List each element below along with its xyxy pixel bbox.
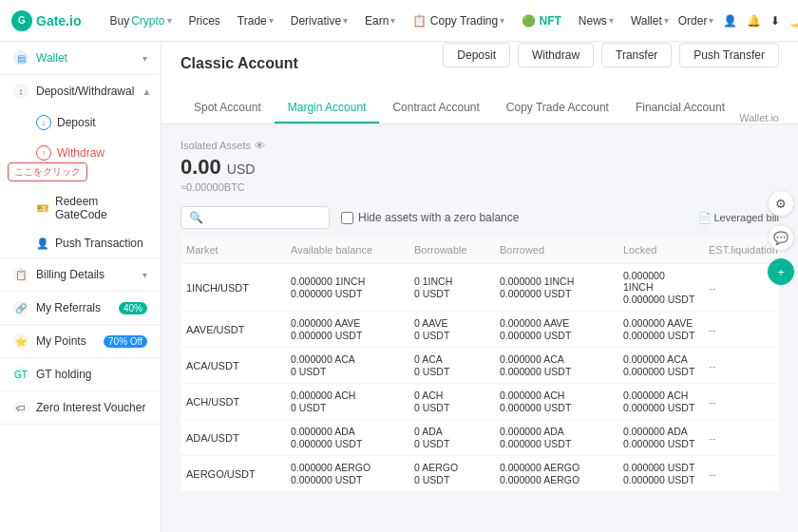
td-borrowable-2: 0 ACA 0 USDT [408,348,494,383]
plus-float-icon[interactable]: + [768,258,794,285]
td-market-4: ADA/USDT [180,427,285,449]
sidebar-billing-section: 📋 Billing Details ▾ [0,258,161,292]
eye-icon: 👁 [255,140,265,151]
transfer-button[interactable]: Transfer [601,43,672,67]
tab-contract[interactable]: Contract Account [379,93,492,124]
deposit-button[interactable]: Deposit [443,43,510,67]
nav-nft[interactable]: 🟢 NFT [516,10,567,31]
sidebar-points[interactable]: ⭐ My Points 70% Off [0,325,161,357]
table-controls: 🔍 Hide assets with a zero balance 📄 Leve… [180,206,779,229]
td-available-2: 0.000000 ACA 0 USDT [285,348,408,383]
nav-derivative[interactable]: Derivative ▾ [285,10,353,31]
tab-financial[interactable]: Financial Account [622,93,738,124]
nav-trade[interactable]: Trade ▾ [232,10,279,31]
grid-icon[interactable] [92,13,94,28]
td-borrowed-5: 0.000000 AERGO 0.000000 AERGO [494,456,618,491]
sidebar-withdraw[interactable]: ↑ Withdraw ここをクリック [0,138,161,168]
settings-float-icon[interactable]: ⚙ [768,190,794,217]
td-locked-3: 0.000000 ACH 0.000000 USDT [618,384,703,419]
td-estliq-2: -- [703,354,779,377]
nav-wallet[interactable]: Wallet ▾ [631,14,669,28]
td-locked-0: 0.000000 1INCH 0.000000 USDT [618,264,703,311]
search-input[interactable] [207,211,321,224]
deposit-circle-icon: ↓ [36,115,51,130]
td-locked-1: 0.000000 AAVE 0.000000 USDT [618,312,703,347]
header-actions: Deposit Withdraw Transfer Push Transfer [443,43,779,67]
sidebar-billing[interactable]: 📋 Billing Details ▾ [0,258,161,291]
nav-news[interactable]: News ▾ [573,10,619,31]
isolated-assets-label: Isolated Assets 👁 [180,140,779,151]
withdraw-button[interactable]: Withdraw [518,43,594,67]
sidebar-push[interactable]: 👤 Push Transaction [0,229,161,257]
points-icon: ⭐ [13,333,28,349]
th-locked: Locked [618,237,703,263]
nav-order[interactable]: Order ▾ [678,14,714,28]
td-borrowable-3: 0 ACH 0 USDT [408,384,494,419]
td-borrowed-2: 0.000000 ACA 0.000000 USDT [494,348,618,383]
sidebar-referrals-section: 🔗 My Referrals 40% [0,292,161,325]
sidebar-deposit-withdrawal[interactable]: ↕ Deposit/Withdrawal ▲ [0,75,161,107]
td-borrowed-4: 0.000000 ADA 0.000000 USDT [494,420,618,455]
tab-copy-trade[interactable]: Copy Trade Account [493,93,622,124]
td-borrowable-5: 0 AERGO 0 USDT [408,456,494,491]
nav-right: Wallet ▾ Order ▾ 👤 🔔 ⬇ 🌙 🌐 🕐 ⚙ [631,14,798,28]
td-locked-4: 0.000000 ADA 0.000000 USDT [618,420,703,455]
th-borrowed: Borrowed [494,237,618,263]
nav-user-icon[interactable]: 👤 [723,14,737,28]
chat-float-icon[interactable]: 💬 [768,224,794,251]
nav-buy-crypto[interactable]: Buy Crypto ▾ [104,10,177,31]
td-market-3: ACH/USDT [180,390,285,413]
billing-icon: 📋 [13,267,28,282]
sidebar-redeem[interactable]: 🎫 Redeem GateCode [0,187,161,229]
td-available-0: 0.000000 1INCH 0.000000 USDT [285,270,408,305]
table-row: ACH/USDT 0.000000 ACH 0 USDT 0 ACH 0 USD… [180,384,779,420]
sidebar-referrals[interactable]: 🔗 My Referrals 40% [0,292,161,324]
hide-zero-label[interactable]: Hide assets with a zero balance [341,211,519,224]
hide-zero-checkbox[interactable] [341,212,353,224]
th-borrowable: Borrowable [408,237,494,263]
main-body: Isolated Assets 👁 0.00 USD ≈0.00000BTC 🔍… [162,124,798,507]
sidebar-voucher[interactable]: 🏷 Zero Interest Voucher [0,391,161,424]
nav-earn[interactable]: Earn ▾ [359,10,401,31]
td-borrowable-4: 0 ADA 0 USDT [408,420,494,455]
tab-spot[interactable]: Spot Account [180,93,275,124]
balance-amount: 0.00 [180,155,221,180]
td-borrowable-1: 0 AAVE 0 USDT [408,312,494,347]
td-borrowed-1: 0.000000 AAVE 0.000000 USDT [494,312,618,347]
sidebar-deposit-section: ↕ Deposit/Withdrawal ▲ ↓ Deposit ↑ Withd… [0,75,161,258]
sidebar-deposit[interactable]: ↓ Deposit [0,107,161,138]
nav-download-icon[interactable]: ⬇ [770,14,780,28]
leverage-bill-icon: 📄 [698,212,712,224]
table-row: AERGO/USDT 0.000000 AERGO 0.000000 USDT … [180,456,779,492]
sidebar-gt-section: GT GT holding [0,358,161,391]
main-layout: ▤ Wallet ▾ ↕ Deposit/Withdrawal ▲ ↓ Depo… [0,42,798,532]
push-transfer-button[interactable]: Push Transfer [679,43,779,67]
search-icon: 🔍 [189,211,203,224]
nav-prices[interactable]: Prices [183,10,226,31]
logo-icon: G [11,10,32,31]
td-available-1: 0.000000 AAVE 0.000000 USDT [285,312,408,347]
nav-copy-trading[interactable]: 📋 Copy Trading ▾ [407,10,510,31]
deposit-withdrawal-icon: ↕ [13,84,28,99]
table-row: 1INCH/USDT 0.000000 1INCH 0.000000 USDT … [180,264,779,312]
nav-bell-icon[interactable]: 🔔 [747,14,761,28]
nav-theme-icon[interactable]: 🌙 [789,14,798,28]
td-estliq-3: -- [703,390,779,413]
sidebar-wallet[interactable]: ▤ Wallet ▾ [0,42,161,74]
td-market-0: 1INCH/USDT [180,276,285,299]
balance-btc: ≈0.00000BTC [180,181,779,193]
search-box[interactable]: 🔍 [180,206,330,229]
table-header: Market Available balance Borrowable Borr… [180,237,779,264]
withdraw-circle-icon: ↑ [36,145,51,161]
logo[interactable]: G Gate.io [11,10,81,31]
sidebar-points-section: ⭐ My Points 70% Off [0,325,161,358]
sidebar-gt[interactable]: GT GT holding [0,358,161,390]
table-row: AAVE/USDT 0.000000 AAVE 0.000000 USDT 0 … [180,312,779,348]
content-header: Classic Account Deposit Withdraw Transfe… [162,42,798,124]
balance-currency: USD [227,162,256,177]
td-available-3: 0.000000 ACH 0 USDT [285,384,408,419]
margin-table: Market Available balance Borrowable Borr… [180,237,779,492]
th-market: Market [180,237,285,263]
tab-margin[interactable]: Margin Account [275,93,380,124]
wallet-ref: Wallet.io [739,112,779,124]
